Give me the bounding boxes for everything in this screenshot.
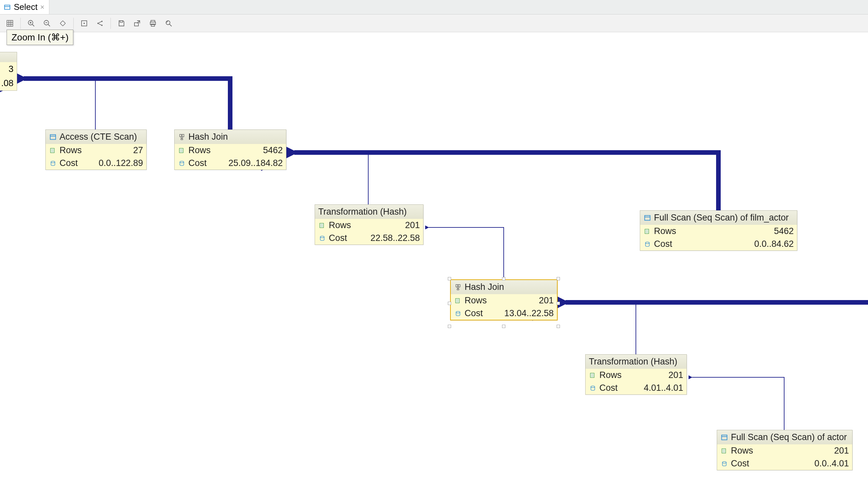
cost-label: Cost	[599, 383, 618, 393]
plan-canvas[interactable]: 3 .08 Access (CTE Scan) Rows 27 Cost 0.0…	[0, 32, 868, 492]
node-transformation-hash-1[interactable]: Transformation (Hash) Rows 201 Cost 22.5…	[315, 204, 424, 245]
cost-value: 0.0..84.62	[675, 239, 794, 249]
plan-root-node[interactable]: 3 .08	[0, 52, 17, 91]
selection-handle[interactable]	[448, 302, 451, 305]
svg-rect-29	[50, 134, 56, 139]
analyze-icon[interactable]	[162, 17, 176, 30]
svg-rect-38	[181, 138, 183, 140]
join-icon	[454, 283, 462, 291]
svg-rect-22	[135, 23, 139, 26]
print-icon[interactable]	[146, 17, 160, 30]
node-title-label: Hash Join	[464, 282, 504, 292]
zoom-out-icon[interactable]	[40, 17, 54, 30]
node-hash-join-2[interactable]: Hash Join Rows 201 Cost 13.04..22.58	[450, 279, 558, 320]
node-title-label: Transformation (Hash)	[589, 356, 677, 367]
cost-icon	[318, 234, 326, 242]
rows-label: Rows	[59, 145, 82, 155]
join-icon	[178, 133, 186, 141]
cost-value: 22.58..22.58	[350, 233, 420, 243]
rows-label: Rows	[599, 370, 622, 380]
cost-value: 0.0..122.89	[80, 158, 143, 168]
rows-label: Rows	[731, 446, 753, 456]
rows-value: 201	[756, 446, 849, 456]
node-full-scan-actor[interactable]: Full Scan (Seq Scan) of actor Rows 201 C…	[717, 430, 852, 470]
selection-handle[interactable]	[448, 277, 451, 280]
svg-point-48	[320, 236, 324, 238]
rows-label: Rows	[188, 145, 211, 155]
selection-handle[interactable]	[448, 325, 451, 328]
cost-icon	[178, 159, 186, 167]
svg-point-68	[591, 386, 595, 388]
select-tab-icon	[3, 3, 11, 11]
node-hash-join-1[interactable]: Hash Join Rows 5462 Cost 25.09..184.82	[174, 129, 286, 170]
node-title-label: Hash Join	[188, 132, 228, 142]
selection-handle[interactable]	[502, 325, 505, 328]
rows-label: Rows	[654, 226, 676, 236]
svg-line-28	[169, 24, 172, 26]
tab-select[interactable]: Select ×	[0, 0, 49, 14]
svg-rect-57	[458, 284, 460, 287]
svg-rect-36	[180, 134, 182, 137]
rows-value: 201	[624, 370, 683, 380]
table-icon	[49, 133, 57, 141]
node-transformation-hash-2[interactable]: Transformation (Hash) Rows 201 Cost 4.01…	[585, 354, 687, 395]
share-icon[interactable]	[93, 17, 107, 30]
cost-value: 25.09..184.82	[210, 158, 283, 168]
svg-point-18	[101, 25, 102, 26]
svg-rect-21	[120, 21, 123, 22]
zoom-in-icon[interactable]	[24, 17, 39, 30]
table-icon	[720, 434, 728, 441]
svg-line-8	[32, 24, 34, 26]
separator	[111, 18, 111, 29]
grid-icon[interactable]	[3, 17, 17, 30]
svg-rect-2	[7, 20, 13, 26]
cost-label: Cost	[188, 158, 207, 168]
cost-value: 4.01..4.01	[621, 383, 683, 393]
tab-bar: Select ×	[0, 0, 868, 15]
save-icon[interactable]	[114, 17, 128, 30]
rows-value: 5462	[679, 226, 794, 236]
fit-icon[interactable]	[77, 17, 91, 30]
svg-line-12	[48, 24, 50, 26]
separator	[73, 18, 74, 29]
node-full-scan-film-actor[interactable]: Full Scan (Seq Scan) of film_actor Rows …	[640, 210, 797, 251]
tooltip-zoom-in: Zoom In (⌘+)	[6, 30, 73, 45]
selection-handle[interactable]	[557, 302, 560, 305]
cost-icon	[49, 159, 57, 167]
table-icon	[644, 214, 651, 222]
rows-icon	[589, 371, 597, 379]
tab-label: Select	[14, 2, 38, 12]
svg-point-35	[51, 161, 55, 163]
rows-icon	[644, 227, 651, 235]
cost-icon	[644, 240, 651, 248]
svg-rect-58	[457, 289, 459, 290]
rows-icon	[49, 147, 57, 154]
node-access-cte-scan[interactable]: Access (CTE Scan) Rows 27 Cost 0.0..122.…	[45, 129, 147, 170]
svg-point-55	[645, 242, 649, 244]
cost-label: Cost	[59, 158, 78, 168]
selection-handle[interactable]	[557, 277, 560, 280]
rows-value: 201	[354, 220, 420, 230]
rows-label: Rows	[464, 295, 487, 306]
svg-point-15	[83, 23, 85, 24]
rows-icon	[318, 222, 326, 229]
rows-value: 201	[489, 295, 554, 306]
selection-handle[interactable]	[557, 325, 560, 328]
rows-icon	[178, 147, 186, 154]
plan-edges	[0, 32, 868, 492]
svg-rect-69	[722, 435, 727, 440]
export-icon[interactable]	[130, 17, 144, 30]
svg-point-75	[722, 462, 726, 463]
root-row-2: .08	[0, 76, 17, 90]
cost-label: Cost	[731, 459, 749, 469]
node-title-label: Transformation (Hash)	[318, 207, 407, 217]
cost-icon	[589, 384, 597, 392]
close-icon[interactable]: ×	[40, 3, 44, 11]
zoom-reset-icon[interactable]	[55, 17, 70, 30]
cost-label: Cost	[654, 239, 672, 249]
svg-line-19	[99, 21, 102, 23]
rows-icon	[454, 297, 462, 305]
svg-rect-37	[182, 134, 184, 137]
svg-rect-26	[151, 24, 154, 26]
selection-handle[interactable]	[502, 277, 505, 280]
